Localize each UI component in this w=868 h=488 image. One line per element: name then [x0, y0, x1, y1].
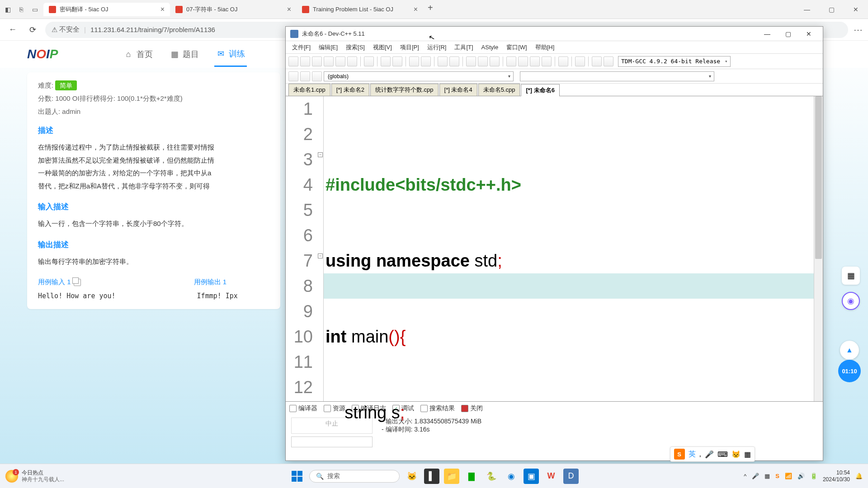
menu-edit[interactable]: 编辑[E] — [315, 42, 341, 53]
close-icon[interactable]: × — [160, 5, 165, 14]
save-all-icon[interactable] — [324, 56, 334, 66]
redo-icon[interactable] — [392, 56, 402, 66]
edge-icon[interactable]: ◉ — [504, 469, 519, 484]
minimize-button[interactable]: — — [758, 28, 777, 40]
menu-search[interactable]: 搜索[S] — [342, 42, 368, 53]
ime-keyboard-icon[interactable]: ⌨ — [717, 450, 728, 459]
compiler-select[interactable]: TDM-GCC 4.9.2 64-bit Release — [618, 56, 731, 67]
close-button[interactable]: ✕ — [799, 28, 818, 40]
nav-training[interactable]: ✉ 训练 — [214, 42, 247, 67]
fold-icon[interactable]: − — [318, 152, 323, 157]
file-tab[interactable]: 未命名1.cpp — [288, 84, 330, 96]
menu-icon[interactable]: ⋯ — [854, 24, 863, 35]
ime-lang[interactable]: 英 — [689, 450, 696, 459]
save-icon[interactable] — [312, 56, 322, 66]
app-icon[interactable]: 🐱 — [404, 469, 420, 484]
app-icon[interactable]: ▇ — [464, 469, 479, 484]
file-explorer-icon[interactable]: 📁 — [444, 469, 459, 484]
nav-home[interactable]: ⌂ 首页 — [122, 42, 155, 67]
find-icon[interactable] — [409, 56, 419, 66]
timer-badge[interactable]: 01:10 — [838, 360, 861, 382]
menu-window[interactable]: 窗口[W] — [503, 42, 531, 53]
menu-file[interactable]: 文件[F] — [288, 42, 314, 53]
rebuild-icon[interactable] — [506, 56, 516, 66]
maximize-button[interactable]: ▢ — [778, 28, 797, 40]
goto-def-icon[interactable] — [300, 71, 310, 81]
qr-icon[interactable]: ▦ — [842, 267, 860, 285]
menu-view[interactable]: 视图[V] — [369, 42, 396, 53]
app-icon[interactable]: ▌ — [424, 469, 439, 484]
ime-emoji-icon[interactable]: 😾 — [731, 450, 741, 459]
devcpp-taskbar-icon[interactable]: D — [563, 469, 579, 484]
wifi-icon[interactable]: 📶 — [785, 473, 792, 479]
ime-grid-icon[interactable]: ▦ — [744, 450, 751, 459]
file-tab[interactable]: [*] 未命名4 — [439, 84, 477, 96]
vertical-scrollbar[interactable] — [814, 96, 823, 401]
ime-mic-icon[interactable]: 🎤 — [705, 450, 714, 459]
volume-icon[interactable]: 🔊 — [797, 473, 805, 479]
menu-run[interactable]: 运行[R] — [424, 42, 450, 53]
member-select[interactable] — [520, 71, 714, 81]
profile-icon[interactable] — [542, 56, 552, 66]
menu-help[interactable]: 帮助[H] — [532, 42, 558, 53]
ime-punct[interactable]: , — [699, 450, 701, 458]
code-area[interactable]: #include<bits/stdc++.h> using namespace … — [324, 96, 814, 401]
x-icon[interactable] — [575, 56, 585, 66]
devcpp-titlebar[interactable]: 未命名6 - Dev-C++ 5.11 — ▢ ✕ — [286, 27, 823, 41]
file-tab[interactable]: [*] 未命名2 — [331, 84, 369, 96]
compile-run-icon[interactable] — [490, 56, 500, 66]
new-file-icon[interactable] — [288, 56, 298, 66]
undo-icon[interactable] — [381, 56, 391, 66]
close-icon[interactable]: × — [414, 5, 418, 14]
back-button[interactable]: ← — [5, 23, 20, 37]
copy-icon[interactable] — [74, 279, 81, 286]
notification-icon[interactable]: 🔔 — [855, 473, 863, 479]
scroll-top-button[interactable]: ▲ — [840, 341, 859, 360]
tray-app-icon[interactable]: ▦ — [764, 473, 770, 479]
tab-2[interactable]: 07-字符串 - 5iac OJ × — [170, 3, 297, 16]
chart-icon[interactable] — [592, 56, 602, 66]
battery-icon[interactable]: 🔋 — [810, 473, 817, 479]
stop-icon[interactable] — [530, 56, 540, 66]
store-icon[interactable]: ▣ — [524, 469, 539, 484]
nav-problems[interactable]: ▦ 题目 — [168, 42, 201, 67]
tab-1[interactable]: 密码翻译 - 5iac OJ × — [43, 3, 170, 16]
maximize-button[interactable]: ▢ — [823, 6, 840, 13]
refresh-button[interactable]: ⟳ — [25, 23, 40, 37]
replace-icon[interactable] — [421, 56, 431, 66]
assist-icon[interactable]: ◉ — [842, 292, 860, 310]
ime-toolbar[interactable]: S 英 , 🎤 ⌨ 😾 ▦ — [670, 446, 755, 462]
compile-icon[interactable] — [466, 56, 476, 66]
minimize-button[interactable]: — — [798, 6, 816, 13]
sogou-icon[interactable]: S — [674, 449, 685, 460]
collections-icon[interactable]: ⎘ — [17, 5, 25, 14]
file-tab[interactable]: 统计数字字符个数.cpp — [370, 84, 439, 96]
site-logo[interactable]: NOIP — [27, 43, 86, 66]
new-class-icon[interactable] — [288, 71, 298, 81]
scope-select[interactable]: (globals) — [324, 71, 514, 81]
tray-mic-icon[interactable]: 🎤 — [752, 473, 759, 479]
taskbar-weather[interactable]: 1 今日热点 神舟十九号载人... — [5, 469, 64, 483]
check-icon[interactable] — [558, 56, 568, 66]
goto-icon[interactable] — [438, 56, 448, 66]
print-icon[interactable] — [364, 56, 374, 66]
tray-sogou-icon[interactable]: S — [775, 473, 779, 479]
close-all-icon[interactable] — [347, 56, 357, 66]
debug-icon[interactable] — [518, 56, 528, 66]
menu-astyle[interactable]: AStyle — [478, 42, 502, 52]
wps-icon[interactable]: W — [543, 469, 559, 484]
new-tab-button[interactable]: + — [423, 3, 438, 16]
start-button[interactable] — [289, 469, 305, 484]
file-tab-active[interactable]: [*] 未命名6 — [521, 84, 560, 96]
tab-3[interactable]: Training Problem List - 5iac OJ × — [297, 3, 423, 16]
bug-icon[interactable] — [604, 56, 613, 66]
open-icon[interactable] — [300, 56, 310, 66]
fold-icon[interactable]: − — [318, 253, 323, 258]
close-icon[interactable]: × — [287, 5, 291, 14]
tray-chevron-icon[interactable]: ^ — [744, 473, 746, 479]
menu-tools[interactable]: 工具[T] — [451, 42, 476, 53]
tabview-icon[interactable]: ▭ — [31, 5, 39, 14]
file-tab[interactable]: 未命名5.cpp — [478, 84, 520, 96]
workspace-icon[interactable]: ◧ — [4, 5, 12, 14]
clock[interactable]: 10:54 2024/10/30 — [823, 469, 850, 483]
